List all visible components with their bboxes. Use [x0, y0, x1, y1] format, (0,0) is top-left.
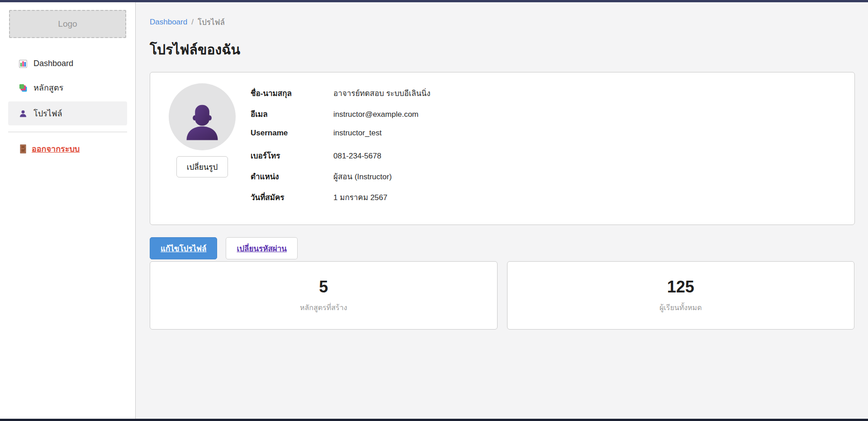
edit-profile-button[interactable]: แก้ไขโปรไฟล์ [150, 237, 217, 259]
stat-value: 125 [667, 277, 694, 297]
field-row-name: ชื่อ-นามสกุล อาจารย์ทดสอบ ระบบอีเลินนิ่ง [251, 87, 841, 108]
breadcrumb-current: โปรไฟล์ [198, 16, 225, 28]
sidebar-item-courses[interactable]: หลักสูตร [8, 76, 127, 100]
field-value: instructor@example.com [333, 110, 418, 119]
logout-link[interactable]: ออกจากระบบ [20, 142, 80, 155]
field-value: 1 มกราคม 2567 [333, 191, 387, 203]
field-row-position: ตำแหน่ง ผู้สอน (Instructor) [251, 170, 841, 191]
person-bust-icon [181, 102, 223, 144]
stats-row: 5 หลักสูตรที่สร้าง 125 ผู้เรียนทั้งหมด [150, 261, 854, 330]
change-photo-button[interactable]: เปลี่ยนรูป [176, 156, 228, 177]
field-label: เบอร์โทร [251, 149, 333, 162]
logout-label: ออกจากระบบ [32, 142, 80, 155]
profile-actions: แก้ไขโปรไฟล์ เปลี่ยนรหัสผ่าน [150, 237, 854, 259]
field-row-email: อีเมล instructor@example.com [251, 108, 841, 129]
field-label: Username [251, 129, 333, 138]
field-label: วันที่สมัคร [251, 191, 333, 203]
sidebar-item-label: หลักสูตร [33, 81, 63, 94]
field-label: อีเมล [251, 108, 333, 120]
sidebar-item-profile[interactable]: โปรไฟล์ [8, 101, 127, 125]
field-label: ชื่อ-นามสกุล [251, 87, 333, 99]
field-row-phone: เบอร์โทร 081-234-5678 [251, 149, 841, 170]
sidebar-item-dashboard[interactable]: Dashboard [8, 53, 127, 74]
field-row-register-date: วันที่สมัคร 1 มกราคม 2567 [251, 191, 841, 212]
page-title: โปรไฟล์ของฉัน [150, 39, 854, 60]
profile-card: เปลี่ยนรูป ชื่อ-นามสกุล อาจารย์ทดสอบ ระบ… [150, 72, 855, 225]
door-icon [20, 144, 26, 153]
field-row-username: Username instructor_test [251, 129, 841, 149]
logo-text: Logo [58, 19, 77, 29]
field-value: instructor_test [333, 129, 382, 138]
bottom-accent-bar [0, 419, 868, 421]
field-value: ผู้สอน (Instructor) [333, 170, 392, 182]
person-icon [19, 110, 27, 118]
breadcrumb-dashboard-link[interactable]: Dashboard [150, 18, 187, 27]
stat-value: 5 [319, 277, 328, 297]
sidebar-item-label: Dashboard [33, 59, 73, 68]
logo-placeholder: Logo [9, 10, 126, 38]
field-value: อาจารย์ทดสอบ ระบบอีเลินนิ่ง [333, 87, 431, 99]
field-value: 081-234-5678 [333, 152, 381, 161]
avatar-column: เปลี่ยนรูป [160, 83, 244, 212]
breadcrumb-separator: / [191, 18, 194, 27]
avatar [169, 83, 236, 150]
field-label: ตำแหน่ง [251, 170, 333, 182]
change-password-button[interactable]: เปลี่ยนรหัสผ่าน [226, 237, 297, 259]
courses-stack-icon [19, 84, 27, 92]
breadcrumb: Dashboard / โปรไฟล์ [150, 16, 854, 28]
stat-card-courses-created: 5 หลักสูตรที่สร้าง [150, 261, 498, 330]
stat-card-total-learners: 125 ผู้เรียนทั้งหมด [507, 261, 855, 330]
bar-chart-icon [19, 60, 27, 68]
sidebar-item-label: โปรไฟล์ [33, 107, 62, 120]
sidebar-divider [8, 132, 127, 132]
profile-fields: ชื่อ-นามสกุล อาจารย์ทดสอบ ระบบอีเลินนิ่ง… [251, 83, 841, 212]
sidebar: Logo Dashboard หลักสูตร [0, 2, 136, 419]
stat-label: ผู้เรียนทั้งหมด [659, 302, 702, 313]
stat-label: หลักสูตรที่สร้าง [300, 302, 347, 313]
sidebar-nav: Dashboard หลักสูตร โปรไฟล์ [0, 53, 135, 125]
main-content: Dashboard / โปรไฟล์ โปรไฟล์ของฉัน [136, 2, 868, 419]
